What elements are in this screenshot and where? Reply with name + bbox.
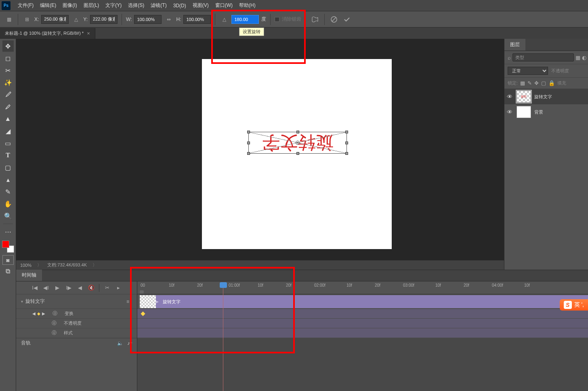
pen-tool-icon[interactable]: ✎	[2, 186, 14, 197]
menu-view[interactable]: 视图(V)	[189, 0, 212, 11]
foreground-color-swatch[interactable]	[2, 241, 9, 248]
move-tool-icon[interactable]: ✥	[2, 40, 14, 52]
layer-row[interactable]: 👁 背景	[504, 104, 588, 120]
transform-mode-icon[interactable]: ▦	[4, 15, 14, 24]
stopwatch-icon[interactable]: ⓞ	[52, 320, 57, 327]
eraser-tool-icon[interactable]: ◢	[2, 125, 14, 137]
close-tab-icon[interactable]: ×	[87, 30, 90, 36]
split-icon[interactable]: ✂	[103, 284, 111, 292]
transform-track[interactable]	[137, 309, 588, 319]
rotation-input[interactable]	[231, 15, 259, 24]
lock-all-icon[interactable]: 🔒	[548, 80, 555, 86]
menu-3d[interactable]: 3D(D)	[170, 1, 189, 10]
stopwatch-icon[interactable]: ⓞ	[52, 310, 57, 317]
gradient-tool-icon[interactable]: ▭	[2, 137, 14, 149]
menu-help[interactable]: 帮助(H)	[236, 0, 259, 11]
work-area-start[interactable]	[140, 290, 144, 294]
handle-top-left[interactable]	[345, 152, 348, 155]
handle-bot-right[interactable]	[247, 131, 250, 133]
handle-top-mid[interactable]	[296, 152, 299, 155]
timeline-ruler[interactable]: 00 10f 20f 01:00f 10f 20f 02:00f 10f 20f…	[137, 281, 588, 294]
warp-mode-icon[interactable]	[310, 14, 320, 25]
status-arrow-icon[interactable]: 〉	[92, 262, 97, 268]
status-arrow-icon[interactable]: 〉	[37, 262, 42, 268]
opacity-track[interactable]	[137, 319, 588, 328]
link-wh-icon[interactable]: ⇔	[164, 15, 174, 24]
menu-select[interactable]: 选择(S)	[125, 0, 147, 11]
timeline-prop-transform[interactable]: ◀◆▶ ⓞ 变换	[16, 309, 137, 319]
h-input[interactable]	[183, 15, 211, 24]
video-track[interactable]: ▶ 旋转文字	[137, 294, 588, 309]
layer-thumbnail[interactable]	[517, 106, 531, 118]
commit-transform-icon[interactable]	[342, 14, 352, 25]
stopwatch-icon[interactable]: ⓞ	[52, 330, 57, 336]
magic-wand-tool-icon[interactable]: ✨	[2, 77, 14, 88]
lasso-tool-icon[interactable]: ✂	[2, 65, 14, 76]
visibility-icon[interactable]: 👁	[507, 109, 513, 115]
color-swatches[interactable]	[2, 241, 14, 253]
timeline-prop-style[interactable]: ⓞ 样式	[16, 328, 137, 338]
transform-bounding-box[interactable]: 旋转文字	[248, 132, 347, 154]
type-tool-icon[interactable]: T	[2, 150, 14, 161]
path-select-tool-icon[interactable]: ▴	[2, 174, 14, 185]
menu-file[interactable]: 文件(F)	[15, 0, 37, 11]
ime-indicator[interactable]: S 英 ',	[560, 299, 588, 311]
timeline-tracks-area[interactable]: 00 10f 20f 01:00f 10f 20f 02:00f 10f 20f…	[137, 281, 588, 391]
loop-icon[interactable]: ◀	[76, 284, 84, 292]
menu-type[interactable]: 文字(Y)	[102, 0, 125, 11]
layer-thumbnail[interactable]: 旋转	[517, 91, 531, 103]
marquee-tool-icon[interactable]: ◻	[2, 53, 14, 64]
lock-artboard-icon[interactable]: ▢	[541, 80, 546, 86]
video-clip[interactable]: ▶ 旋转文字	[140, 295, 588, 308]
audio-menu-icon[interactable]: ♪▾	[127, 340, 132, 346]
menu-image[interactable]: 图像(I)	[59, 0, 80, 11]
handle-bot-mid[interactable]	[296, 131, 299, 133]
style-track[interactable]	[137, 328, 588, 338]
shape-tool-icon[interactable]: ▢	[2, 162, 14, 173]
timeline-layer-row[interactable]: ▾ 旋转文字 ≡	[16, 294, 137, 309]
timeline-tab[interactable]: 时间轴	[16, 269, 42, 281]
handle-top-right[interactable]	[247, 152, 250, 155]
play-icon[interactable]: ▶	[54, 284, 61, 292]
screen-mode-icon[interactable]: ⧉	[2, 266, 14, 277]
handle-mid-left[interactable]	[345, 142, 348, 144]
cancel-transform-icon[interactable]	[329, 14, 339, 25]
more-tools-icon[interactable]: ⋯	[2, 226, 14, 237]
clip-expand-icon[interactable]: ▶	[156, 300, 159, 304]
current-time-indicator[interactable]	[220, 282, 227, 288]
layer-name-label[interactable]: 背景	[534, 109, 543, 115]
audio-speaker-icon[interactable]: 🔈	[117, 340, 123, 346]
speaker-icon[interactable]: 🔇	[88, 284, 95, 292]
lock-brush-icon[interactable]: ✎	[527, 80, 532, 86]
antialias-checkbox[interactable]	[275, 17, 279, 22]
visibility-icon[interactable]: 👁	[507, 93, 513, 100]
menu-edit[interactable]: 编辑(E)	[37, 0, 59, 11]
timeline-prop-opacity[interactable]: ⓞ 不透明度	[16, 319, 137, 328]
y-input[interactable]	[90, 15, 118, 24]
document-tab[interactable]: 未标题-1 @ 100% (旋转文字, RGB/8#) * ×	[0, 28, 95, 39]
layer-filter-input[interactable]	[512, 53, 574, 61]
menu-window[interactable]: 窗口(W)	[212, 0, 236, 11]
quick-mask-icon[interactable]: ◙	[2, 255, 14, 265]
anchor-point[interactable]	[296, 141, 300, 145]
next-frame-icon[interactable]: I▶	[65, 284, 72, 292]
hand-tool-icon[interactable]: ✋	[2, 198, 14, 209]
filter-image-icon[interactable]: ▦	[575, 54, 580, 61]
lock-pixels-icon[interactable]: ▩	[520, 80, 525, 86]
blend-mode-select[interactable]: 正常	[508, 67, 548, 75]
keyframe-diamond[interactable]	[141, 311, 145, 316]
brush-tool-icon[interactable]	[2, 101, 14, 112]
lock-move-icon[interactable]: ✥	[534, 80, 539, 86]
canvas[interactable]: 旋转文字	[202, 59, 392, 249]
swap-xy-icon[interactable]: △	[71, 15, 81, 24]
handle-bot-left[interactable]	[345, 131, 348, 133]
menu-filter[interactable]: 滤镜(T)	[147, 0, 170, 11]
filter-adjust-icon[interactable]: ◐	[582, 54, 586, 61]
first-frame-icon[interactable]: I◀	[31, 284, 38, 292]
menu-layer[interactable]: 图层(L)	[80, 0, 103, 11]
doc-info[interactable]: 文档:732.4K/693.4K	[47, 262, 87, 268]
eyedropper-tool-icon[interactable]	[2, 89, 14, 100]
layer-row[interactable]: 👁 旋转 旋转文字	[504, 89, 588, 104]
transition-icon[interactable]: ▸	[115, 284, 122, 292]
layer-name-label[interactable]: 旋转文字	[534, 94, 552, 100]
